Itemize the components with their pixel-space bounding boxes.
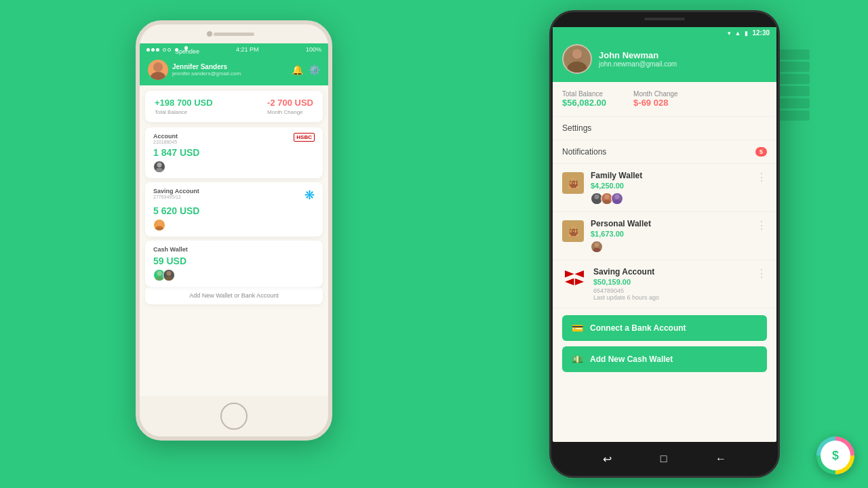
wallet-avatars-1 xyxy=(153,219,315,231)
svg-point-1 xyxy=(151,72,165,80)
android-wallet-personal[interactable]: 👜 Personal Wallet $1,673.00 ⋮ xyxy=(553,212,776,260)
iphone-wallet-item-0[interactable]: Account 210188045 HSBC 1 847 USD xyxy=(145,127,323,178)
wallet-amount-2: 59 USD xyxy=(153,256,315,266)
family-wallet-icon: 👜 xyxy=(562,172,584,194)
iphone-total-label: Total Balance xyxy=(155,109,213,115)
svg-point-18 xyxy=(613,200,621,205)
add-cash-label: Add New Cash Wallet xyxy=(590,354,673,364)
iphone-change-label: Month Change xyxy=(267,109,313,115)
android-home-btn[interactable]: □ xyxy=(660,453,667,465)
saving-wallet-name: Saving Account xyxy=(593,267,749,277)
svg-point-5 xyxy=(155,226,163,231)
iphone-wallet-item-2[interactable]: Cash Wallet 59 USD xyxy=(145,241,323,287)
wallet-num-1: 27763495/12 xyxy=(153,195,199,199)
iphone-device: Spendee ▾ 4:21 PM 100% Jennifer Sanders … xyxy=(136,20,332,441)
mini-avatar xyxy=(153,161,165,173)
family-wallet-amount: $4,250.00 xyxy=(591,182,749,190)
personal-wallet-avatars xyxy=(591,241,749,253)
mini-avatar-b xyxy=(163,269,175,281)
iphone-status-bar: Spendee ▾ 4:21 PM 100% xyxy=(140,43,328,56)
android-total-label: Total Balance xyxy=(562,90,606,98)
personal-wallet-more[interactable]: ⋮ xyxy=(756,219,767,232)
android-change-label: Month Change xyxy=(633,90,678,98)
personal-wallet-icon: 👜 xyxy=(562,220,584,242)
wallet-amount-1: 5 620 USD xyxy=(153,205,315,216)
android-status-bar: ▾ ▲ ▮ 12:30 xyxy=(553,27,776,39)
iphone-user-info: Jennifer Sanders jennifer.sanders@gmail.… xyxy=(148,60,241,80)
android-menu-settings[interactable]: Settings xyxy=(553,117,776,140)
connect-bank-label: Connect a Bank Account xyxy=(590,323,686,333)
iphone-month-change: -2 700 USD Month Change xyxy=(267,98,313,115)
wallet-num-0: 210188045 xyxy=(153,140,178,144)
family-wallet-more[interactable]: ⋮ xyxy=(756,171,767,184)
android-change-value: $-69 028 xyxy=(633,98,678,108)
svg-point-13 xyxy=(594,195,599,199)
wifi-icon: ▾ xyxy=(728,30,731,37)
connect-bank-button[interactable]: 💳 Connect a Bank Account xyxy=(562,315,767,341)
personal-wallet-details: Personal Wallet $1,673.00 xyxy=(591,219,749,253)
carrier-dots: Spendee ▾ xyxy=(146,46,189,53)
carrier-label: Spendee xyxy=(175,48,178,52)
svg-point-12 xyxy=(572,49,583,59)
android-screen: ▾ ▲ ▮ 12:30 John Newman john.newman@gmai… xyxy=(553,27,776,442)
wallet-avatars-0 xyxy=(153,161,315,173)
iphone-add-wallet[interactable]: Add New Wallet or Bank Account xyxy=(145,287,323,304)
svg-point-15 xyxy=(604,195,609,199)
android-recent-btn[interactable]: ← xyxy=(715,453,726,465)
android-action-buttons: 💳 Connect a Bank Account 💵 Add New Cash … xyxy=(553,308,776,379)
iphone-header-icons: 🔔 ⚙️ xyxy=(292,64,320,75)
iphone-speaker xyxy=(214,33,254,36)
android-camera xyxy=(644,18,685,20)
notifications-label: Notifications xyxy=(562,147,606,157)
signal-icon: ▲ xyxy=(735,30,741,37)
svg-point-17 xyxy=(614,195,619,199)
android-user-email: john.newman@gmail.com xyxy=(599,60,677,68)
iphone-avatar xyxy=(148,60,168,80)
saving-wallet-more[interactable]: ⋮ xyxy=(756,267,767,280)
notification-icon[interactable]: 🔔 xyxy=(292,64,303,75)
svg-point-11 xyxy=(567,62,587,74)
iphone-home-button[interactable] xyxy=(220,403,248,430)
wallet-type-0: Account xyxy=(153,133,178,140)
svg-point-3 xyxy=(155,168,163,173)
iphone-screen: Spendee ▾ 4:21 PM 100% Jennifer Sanders … xyxy=(140,43,328,396)
android-back-btn[interactable]: ↩ xyxy=(603,453,612,466)
iphone-add-wallet-label: Add New Wallet or Bank Account xyxy=(189,292,279,299)
personal-wallet-amount: $1,673.00 xyxy=(591,230,749,238)
android-wallet-family[interactable]: 👜 Family Wallet $4,250.00 xyxy=(553,164,776,212)
app-icon[interactable]: $ xyxy=(816,436,854,474)
barclays-logo: ❋ xyxy=(304,188,315,203)
iphone-user-text: Jennifer Sanders jennifer.sanders@gmail.… xyxy=(172,63,241,77)
family-wallet-name: Family Wallet xyxy=(591,171,749,180)
svg-point-6 xyxy=(157,271,161,276)
settings-label: Settings xyxy=(562,123,591,133)
wifi-icon: ▾ xyxy=(184,46,188,49)
saving-last-update: Last update 6 hours ago xyxy=(593,294,749,301)
svg-point-14 xyxy=(593,200,601,205)
fam-avatar-3 xyxy=(611,192,623,205)
svg-point-2 xyxy=(157,163,161,167)
android-total-balance: Total Balance $56,082.00 xyxy=(562,90,606,108)
family-wallet-avatars xyxy=(591,192,749,205)
wallet-amount-0: 1 847 USD xyxy=(153,147,315,158)
android-frame: ▾ ▲ ▮ 12:30 John Newman john.newman@gmai… xyxy=(549,10,780,478)
hsbc-wallet-icon xyxy=(562,268,587,287)
app-icon-symbol: $ xyxy=(821,441,850,470)
personal-wallet-name: Personal Wallet xyxy=(591,219,749,228)
add-cash-wallet-button[interactable]: 💵 Add New Cash Wallet xyxy=(562,346,767,372)
android-menu-notifications[interactable]: Notifications 5 xyxy=(553,140,776,164)
android-balance-row: Total Balance $56,082.00 Month Change $-… xyxy=(553,82,776,117)
iphone-change-value: -2 700 USD xyxy=(267,98,313,108)
android-wallet-saving[interactable]: Saving Account $50,159.00 654789045 Last… xyxy=(553,260,776,308)
hsbc-logo-grid xyxy=(565,270,584,285)
svg-point-16 xyxy=(603,200,611,205)
svg-point-19 xyxy=(594,243,599,247)
android-user-name: John Newman xyxy=(599,50,677,60)
android-header: John Newman john.newman@gmail.com xyxy=(553,39,776,82)
android-avatar xyxy=(562,44,592,74)
wallet-type-2: Cash Wallet xyxy=(153,246,188,253)
saving-wallet-details: Saving Account $50,159.00 654789045 Last… xyxy=(593,267,749,301)
iphone-wallet-item-1[interactable]: Saving Account 27763495/12 ❋ 5 620 USD xyxy=(145,182,323,237)
android-month-change: Month Change $-69 028 xyxy=(633,90,678,108)
settings-icon[interactable]: ⚙️ xyxy=(309,64,320,75)
